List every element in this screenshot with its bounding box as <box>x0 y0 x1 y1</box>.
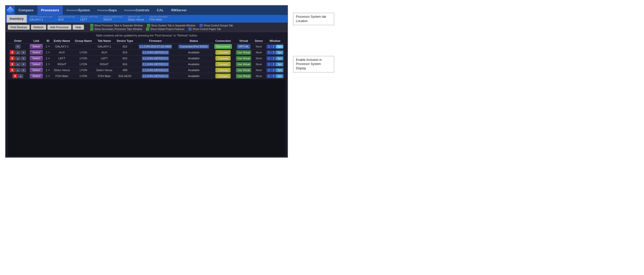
connection-cell: Disconnect <box>212 44 234 50</box>
select-button[interactable]: Select <box>30 56 43 61</box>
window-sys-button[interactable]: Sys <box>276 68 283 72</box>
window-1-button[interactable]: 1 <box>267 51 271 54</box>
select-button[interactable]: Select <box>30 68 43 72</box>
col-virtual: Virtual <box>234 38 253 44</box>
remove-button[interactable]: X <box>10 62 15 66</box>
nav-tab-system[interactable]: Processor System <box>63 6 94 15</box>
checkbox-system-tab[interactable]: Show System Tab in Separate Window <box>147 24 195 27</box>
sub-tab-inventory[interactable]: Inventory <box>7 15 27 23</box>
annotations-panel: Processor System tab Location Enable Inc… <box>288 5 334 72</box>
move-up-button[interactable]: ▲ <box>15 62 20 66</box>
nav-tab-controls[interactable]: Processor Controls <box>121 6 153 15</box>
nav-tab-processors[interactable]: Processors <box>38 6 63 15</box>
entity-name-cell: RIGHT <box>51 61 72 67</box>
sub-tab-foh-main[interactable]: GALAXY 816-AES3 FOH Main <box>147 15 170 23</box>
connect-button[interactable]: Connect <box>215 50 231 55</box>
checkbox-blue-icon <box>188 27 192 31</box>
move-down-button[interactable]: ▼ <box>21 62 26 66</box>
window-sys-button[interactable]: Sys <box>276 62 283 66</box>
refresh-button[interactable]: Refresh <box>31 25 47 30</box>
firmware-cell: 2.1.0-R4-2019-07-03-r5404 <box>135 44 176 50</box>
demo-cell: None <box>253 61 265 67</box>
sub-tab-left[interactable]: GALAXY LEFT 816 LEFT <box>78 15 101 23</box>
checkbox-control-groups[interactable]: Show Control Groups Tab <box>199 24 233 27</box>
move-up-button[interactable]: ▲ <box>15 68 20 72</box>
order-cell: X▲▼ <box>8 55 28 61</box>
select-button[interactable]: Select <box>30 50 43 55</box>
window-sys-button[interactable]: Sys <box>276 51 283 54</box>
move-down-button[interactable]: ▼ <box>15 45 21 49</box>
move-up-button[interactable]: ▲ <box>15 51 20 54</box>
link-cell: Select <box>28 44 44 50</box>
connect-button[interactable]: Connect <box>215 68 231 72</box>
checkbox-processor-tabs[interactable]: Show Processor Tabs in Separate Window <box>90 24 143 27</box>
use-virtual-button[interactable]: Use Virtual <box>236 56 251 61</box>
help-button[interactable]: Help <box>72 25 84 30</box>
window-1-button[interactable]: 1 <box>267 45 271 49</box>
checkbox-green-icon <box>90 27 93 31</box>
table-body: ▼Select1 ▼GALAXY-1GALAXY-18162.1.0-R4-20… <box>8 44 285 79</box>
connect-button[interactable]: Connect <box>215 74 231 78</box>
select-button[interactable]: Select <box>30 74 43 78</box>
col-tab-name: Tab Name <box>94 38 114 44</box>
remove-button[interactable]: X <box>13 74 17 78</box>
sub-tab-right[interactable]: GALAXY RIGHT 816 RIGHT <box>101 15 125 23</box>
window-2-button[interactable]: 2 <box>271 45 276 49</box>
use-virtual-button[interactable]: Use Virtual <box>236 50 251 55</box>
remove-button[interactable]: X <box>10 68 15 72</box>
nav-tab-rmserver[interactable]: RMServer <box>168 6 191 15</box>
remove-button[interactable]: X <box>10 56 15 60</box>
demo-cell: None <box>253 50 265 55</box>
move-down-button[interactable]: ▼ <box>21 56 26 60</box>
device-type-cell: 816 <box>114 50 135 55</box>
checkbox-control-pages[interactable]: Show Control Pages Tab <box>188 27 221 31</box>
firmware-cell: 2.1.0-R4-1907032112 <box>135 61 176 67</box>
sub-tab-distro-venus[interactable]: GALAXY 408 Distro Venus <box>125 15 147 23</box>
move-up-button[interactable]: ▲ <box>18 74 23 78</box>
window-1-button[interactable]: 1 <box>267 68 271 72</box>
move-down-button[interactable]: ▼ <box>21 51 26 54</box>
use-virtual-button[interactable]: Use Virtual <box>236 62 251 67</box>
window-sys-button[interactable]: Sys <box>276 74 283 78</box>
nav-tab-sups[interactable]: Processor Sups <box>94 6 121 15</box>
processors-table: Order Link ID Entity Name Group Name Tab… <box>8 38 285 79</box>
find-devices-button[interactable]: Find Devices <box>8 25 30 30</box>
id-cell: 1 ▼ <box>44 73 51 79</box>
window-1-button[interactable]: 1 <box>267 74 271 78</box>
connect-button[interactable]: Connect <box>215 62 231 67</box>
window-cell: 12Sys <box>265 61 285 67</box>
status-cell: Available <box>175 73 212 79</box>
window-1-button[interactable]: 1 <box>267 62 271 66</box>
select-button[interactable]: Select <box>30 44 43 49</box>
window-2-button[interactable]: 2 <box>271 68 276 72</box>
window-2-button[interactable]: 2 <box>271 74 276 78</box>
select-button[interactable]: Select <box>30 62 43 67</box>
window-2-button[interactable]: 2 <box>271 62 276 66</box>
sub-tab-aux[interactable]: GALAXY AUX 816 AUX <box>56 15 78 23</box>
firmware-cell: 2.1.0-R4-1907032112 <box>135 73 176 79</box>
window-1-button[interactable]: 1 <box>267 56 271 60</box>
link-cell: Select <box>28 61 44 67</box>
move-up-button[interactable]: ▲ <box>15 56 20 60</box>
remove-button[interactable]: X <box>10 50 15 54</box>
window-sys-button[interactable]: Sys <box>276 56 283 60</box>
move-down-button[interactable]: ▼ <box>21 68 26 72</box>
virtual-button[interactable]: VIRTUAL <box>237 44 250 49</box>
nav-tab-cal[interactable]: CAL <box>153 6 168 15</box>
disconnect-button[interactable]: Disconnect <box>214 44 232 49</box>
table-row: X▲▼Select1 ▼LEFTLYONLEFT8162.1.0-R4-1907… <box>8 55 285 61</box>
nav-tab-compass[interactable]: Compass <box>15 6 38 15</box>
virtual-cell: Use Virtual <box>234 55 253 61</box>
add-processor-button[interactable]: Add Processor <box>47 25 71 30</box>
use-virtual-button[interactable]: Use Virtual <box>236 74 251 78</box>
window-2-button[interactable]: 2 <box>271 51 276 54</box>
device-type-cell: 816 <box>114 55 135 61</box>
checkbox-secondary-tabs[interactable]: Show Secondary Processor Tabs Window <box>90 27 142 31</box>
window-sys-button[interactable]: Sys <box>276 45 283 49</box>
checkbox-global-project[interactable]: Show Global Project Features <box>146 27 184 31</box>
sub-tab-galaxy1[interactable]: VIRTUAL GALAXY-1 816 GALAXY-1 <box>27 15 56 23</box>
window-2-button[interactable]: 2 <box>271 56 276 60</box>
connect-button[interactable]: Connect <box>215 56 231 61</box>
use-virtual-button[interactable]: Use Virtual <box>236 68 251 72</box>
order-cell: X▲▼ <box>8 67 28 73</box>
